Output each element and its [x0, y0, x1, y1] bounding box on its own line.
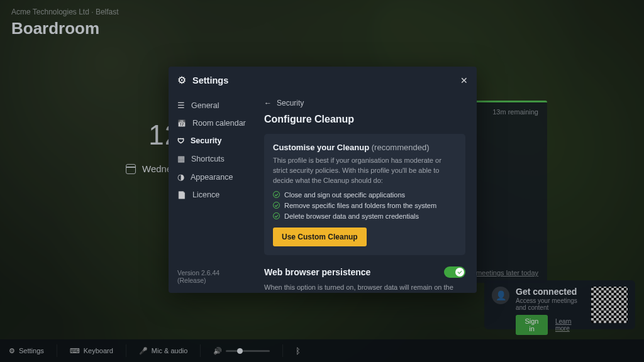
sidebar-item-security[interactable]: Security [169, 132, 255, 150]
cleanup-card: Customise your Cleanup (recommended) Thi… [264, 134, 465, 255]
settings-panel: Security Configure Cleanup Customise you… [255, 94, 477, 293]
list-icon [177, 101, 185, 110]
persistence-title: Web browser persistence [264, 267, 370, 277]
bullet-item: Remove specific files and folders from t… [273, 202, 457, 209]
settings-modal: Settings General Room calendar Security … [169, 67, 477, 293]
settings-sidebar: General Room calendar Security Shortcuts… [169, 94, 255, 293]
sidebar-item-shortcuts[interactable]: Shortcuts [169, 150, 255, 168]
shield-icon [177, 136, 184, 145]
sidebar-item-licence[interactable]: Licence [169, 186, 255, 204]
card-title: Customise your Cleanup [273, 143, 369, 152]
panel-heading: Configure Cleanup [264, 114, 465, 125]
bullet-item: Delete browser data and system credentia… [273, 212, 457, 220]
check-icon [273, 212, 280, 219]
use-custom-cleanup-button[interactable]: Use Custom Cleanup [273, 228, 367, 246]
appearance-icon [177, 172, 184, 182]
document-icon [177, 190, 186, 199]
back-arrow-icon [264, 99, 272, 107]
sidebar-item-general[interactable]: General [169, 96, 255, 114]
breadcrumb-back[interactable]: Security [264, 99, 465, 107]
sidebar-item-calendar[interactable]: Room calendar [169, 114, 255, 132]
version-label: Version 2.6.44 (Release) [169, 263, 255, 290]
calendar-icon [177, 119, 186, 128]
bullet-item: Close and sign out specific applications [273, 191, 457, 199]
persistence-toggle[interactable] [444, 266, 465, 278]
check-icon [273, 202, 280, 209]
sidebar-item-appearance[interactable]: Appearance [169, 168, 255, 186]
check-icon [273, 191, 280, 198]
persistence-section: Web browser persistence When this option… [264, 266, 465, 293]
card-description: This profile is best if your organisatio… [273, 156, 457, 186]
gear-icon [177, 74, 186, 86]
modal-title: Settings [192, 75, 228, 85]
grid-icon [177, 154, 185, 163]
close-button[interactable] [460, 75, 468, 85]
